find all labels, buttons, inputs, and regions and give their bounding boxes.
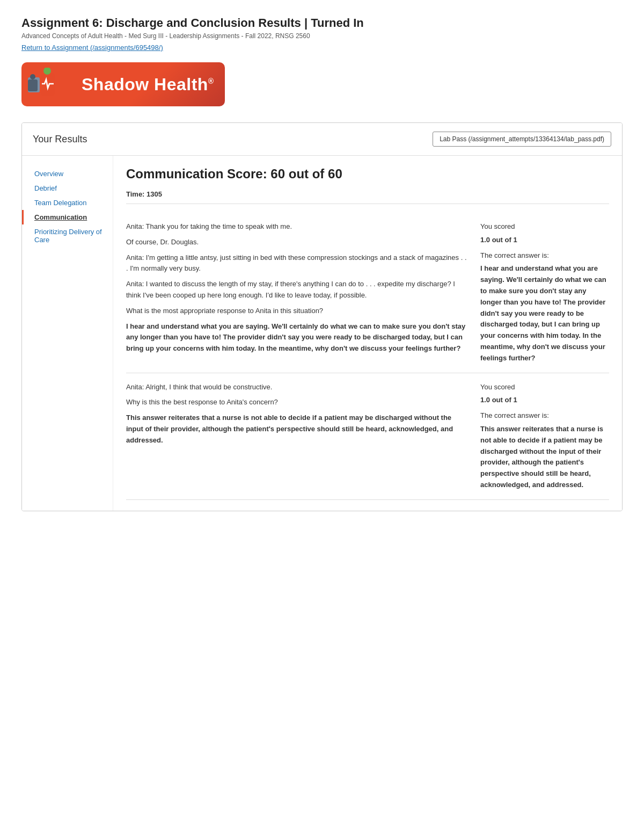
- question-prompt-2: Why is this the best response to Anita's…: [126, 397, 470, 408]
- lab-pass-button[interactable]: Lab Pass (/assignment_attempts/13364134/…: [433, 132, 611, 147]
- comm-score-title: Communication Score: 60 out of 60: [126, 166, 609, 182]
- results-card: Your Results Lab Pass (/assignment_attem…: [21, 122, 623, 511]
- logo-icon: [27, 68, 75, 101]
- sidebar: Overview Debrief Team Delegation Communi…: [22, 156, 113, 511]
- logo-text: Shadow Health®: [82, 75, 214, 95]
- score-value-2: 1.0 out of 1: [480, 395, 609, 406]
- svg-point-4: [30, 74, 35, 79]
- content-area: Overview Debrief Team Delegation Communi…: [22, 156, 622, 511]
- question-left-2: Anita: Alright, I think that would be co…: [126, 382, 470, 491]
- page-title: Assignment 6: Discharge and Conclusion R…: [21, 16, 623, 30]
- dialogue-line-3: Anita: I'm getting a little antsy, just …: [126, 252, 470, 275]
- time-label: Time: 1305: [126, 190, 609, 204]
- main-content: Communication Score: 60 out of 60 Time: …: [113, 156, 622, 511]
- logo-box: Shadow Health®: [21, 62, 225, 106]
- correct-answer-label-2: The correct answer is:: [480, 410, 609, 422]
- question-block-2: Anita: Alright, I think that would be co…: [126, 373, 609, 500]
- dialogue-line-2: Of course, Dr. Douglas.: [126, 237, 470, 248]
- dialogue-line-5: Anita: Alright, I think that would be co…: [126, 382, 470, 393]
- return-link[interactable]: Return to Assignment (/assignments/69549…: [21, 43, 163, 52]
- sidebar-item-team-delegation[interactable]: Team Delegation: [22, 195, 113, 210]
- results-header: Your Results Lab Pass (/assignment_attem…: [22, 123, 622, 156]
- page-subtitle: Advanced Concepts of Adult Health - Med …: [21, 32, 623, 40]
- correct-answer-text-2: This answer reiterates that a nurse is n…: [480, 424, 609, 491]
- sidebar-item-prioritizing[interactable]: Prioritizing Delivery of Care: [22, 224, 113, 247]
- dialogue-line-4: Anita: I wanted to discuss the length of…: [126, 279, 470, 301]
- results-header-title: Your Results: [33, 134, 87, 145]
- question-block-1: Anita: Thank you for taking the time to …: [126, 213, 609, 373]
- svg-rect-3: [28, 79, 38, 91]
- question-right-1: You scored 1.0 out of 1 The correct answ…: [480, 221, 609, 364]
- selected-answer-1: I hear and understand what you are sayin…: [126, 321, 470, 354]
- sidebar-item-overview[interactable]: Overview: [22, 166, 113, 181]
- logo-container: Shadow Health®: [21, 62, 623, 106]
- question-right-2: You scored 1.0 out of 1 The correct answ…: [480, 382, 609, 491]
- logo-brand-text: Shadow Health®: [82, 75, 214, 95]
- sidebar-item-communication[interactable]: Communication: [22, 210, 113, 224]
- correct-answer-text-1: I hear and understand what you are sayin…: [480, 263, 609, 364]
- correct-answer-label-1: The correct answer is:: [480, 250, 609, 262]
- question-prompt-1: What is the most appropriate response to…: [126, 306, 470, 317]
- selected-answer-2: This answer reiterates that a nurse is n…: [126, 412, 470, 446]
- you-scored-label-2: You scored: [480, 382, 609, 393]
- question-left-1: Anita: Thank you for taking the time to …: [126, 221, 470, 364]
- dialogue-line-1: Anita: Thank you for taking the time to …: [126, 221, 470, 233]
- sidebar-item-debrief[interactable]: Debrief: [22, 181, 113, 195]
- score-value-1: 1.0 out of 1: [480, 235, 609, 246]
- you-scored-label-1: You scored: [480, 221, 609, 233]
